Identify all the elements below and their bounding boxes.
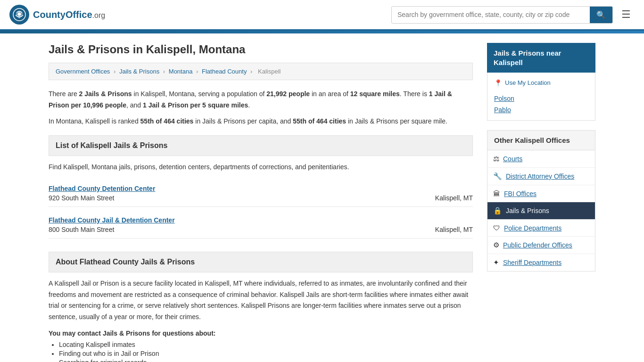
page-title: Jails & Prisons in Kalispell, Montana [49,43,473,56]
office-police[interactable]: 🛡 Police Departments [487,220,595,237]
jails-prisons-icon: 🔒 [493,206,502,215]
breadcrumb-jails-prisons[interactable]: Jails & Prisons [119,68,159,75]
courts-link[interactable]: Courts [503,155,522,163]
main-container: Jails & Prisons in Kalispell, Montana Go… [39,33,605,362]
site-header: CountyOffice.org 🔍 ☰ [0,0,644,31]
office-district-attorney[interactable]: 🔧 District Attorney Offices [487,168,595,185]
search-bar: 🔍 [391,6,613,24]
logo-text: CountyOffice.org [33,9,105,20]
nearby-content: 📍 Use My Location Polson Pablo [487,73,595,121]
breadcrumb-gov-offices[interactable]: Government Offices [56,68,110,75]
nearby-city-polson[interactable]: Polson [494,93,588,104]
list-section-header: List of Kalispell Jails & Prisons [49,135,473,156]
facility-address-2: 800 South Main Street [49,226,114,233]
office-fbi[interactable]: 🏛 FBI Offices [487,185,595,202]
breadcrumb-flathead-county[interactable]: Flathead County [202,68,247,75]
facility-location-2: Kalispell, MT [435,226,473,233]
use-my-location-btn[interactable]: Use My Location [505,77,551,88]
content-area: Jails & Prisons in Kalispell, Montana Go… [49,43,473,362]
contact-heading: You may contact Jails & Prisons for ques… [49,329,473,337]
district-attorney-link[interactable]: District Attorney Offices [506,173,574,180]
facility-name-2[interactable]: Flathead County Jail & Detention Center [49,216,175,224]
bullet-1: Locating Kalispell inmates [59,341,473,348]
logo-icon [9,5,29,25]
intro-paragraph-2: In Montana, Kalispell is ranked 55th of … [49,116,473,127]
about-section-header: About Flathead County Jails & Prisons [49,252,473,272]
office-public-defender[interactable]: ⚙ Public Defender Offices [487,237,595,254]
other-offices-title: Other Kalispell Offices [487,130,595,150]
sidebar: Jails & Prisons near Kalispell 📍 Use My … [487,43,595,362]
jails-prisons-label: Jails & Prisons [506,207,549,214]
list-section-desc: Find Kalispell, Montana jails, prisons, … [49,162,473,172]
police-link[interactable]: Police Departments [504,224,561,232]
breadcrumb-kalispell: Kalispell [258,68,281,75]
search-button[interactable]: 🔍 [590,7,612,23]
logo-area: CountyOffice.org [9,5,105,25]
police-icon: 🛡 [493,224,500,232]
public-defender-link[interactable]: Public Defender Offices [503,241,572,249]
bullet-3: Searching for criminal records [59,359,473,362]
intro-paragraph-1: There are 2 Jails & Prisons in Kalispell… [49,89,473,111]
office-sheriff[interactable]: ✦ Sheriff Departments [487,254,595,271]
fbi-link[interactable]: FBI Offices [504,190,537,197]
fbi-icon: 🏛 [493,189,500,197]
bullet-2: Finding out who is in Jail or Prison [59,350,473,357]
office-jails-prisons[interactable]: 🔒 Jails & Prisons [487,202,595,220]
location-pin-icon: 📍 [494,79,502,87]
public-defender-icon: ⚙ [493,241,499,249]
office-list: ⚖ Courts 🔧 District Attorney Offices 🏛 F… [487,150,595,272]
search-input[interactable] [392,7,590,22]
facility-name-1[interactable]: Flathead County Detention Center [49,185,155,192]
district-attorney-icon: 🔧 [493,172,502,181]
facility-address-1: 920 South Main Street [49,194,114,202]
office-courts[interactable]: ⚖ Courts [487,150,595,168]
facility-item-2: Flathead County Jail & Detention Center … [49,212,473,239]
sheriff-icon: ✦ [493,258,499,267]
sheriff-link[interactable]: Sheriff Departments [503,259,561,266]
header-right: 🔍 ☰ [391,6,635,24]
other-offices-section: Other Kalispell Offices ⚖ Courts 🔧 Distr… [487,130,595,272]
courts-icon: ⚖ [493,155,499,163]
facility-item-1: Flathead County Detention Center 920 Sou… [49,180,473,207]
breadcrumb-montana[interactable]: Montana [169,68,193,75]
about-text: A Kalispell Jail or Prison is a secure f… [49,278,473,323]
breadcrumb: Government Offices › Jails & Prisons › M… [49,63,473,80]
nearby-section: Jails & Prisons near Kalispell 📍 Use My … [487,43,595,121]
facility-location-1: Kalispell, MT [435,194,473,202]
nearby-city-pablo[interactable]: Pablo [494,104,588,115]
hamburger-button[interactable]: ☰ [618,7,635,23]
nearby-title: Jails & Prisons near Kalispell [487,43,595,73]
contact-bullet-list: Locating Kalispell inmates Finding out w… [49,341,473,362]
